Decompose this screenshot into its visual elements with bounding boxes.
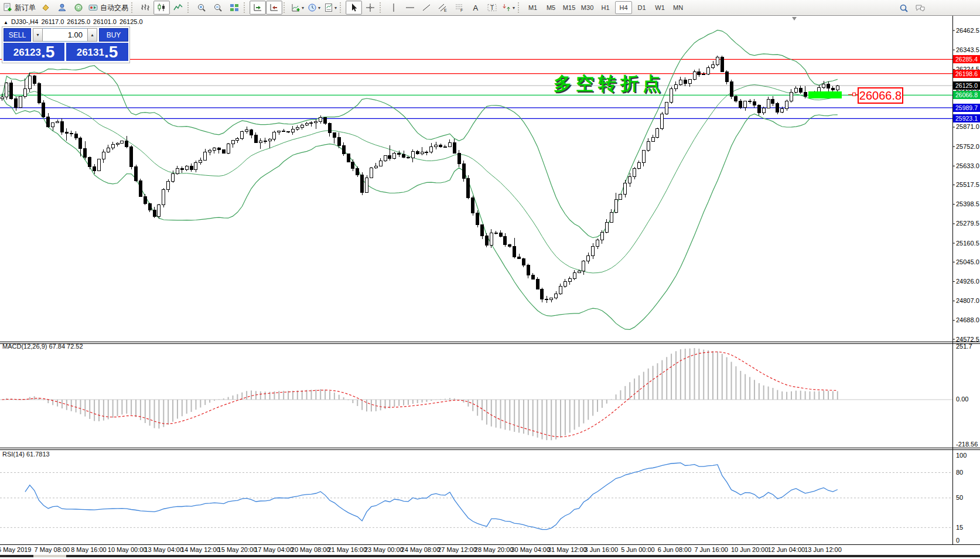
buy-button[interactable]: BUY — [99, 28, 128, 42]
sell-price[interactable]: 26123.5 — [4, 43, 64, 61]
time-axis-label: 20 May 08:00 — [291, 546, 330, 553]
volume-increase-button[interactable]: ▴ — [87, 28, 97, 42]
timeframe-mn-button[interactable]: MN — [670, 1, 687, 14]
rsi-pane — [0, 463, 952, 530]
indicators-button[interactable]: ▾ — [289, 1, 306, 15]
price-tick: 26343.5 — [956, 46, 979, 53]
price-tick: 25871.0 — [956, 123, 979, 130]
macd-scale-max: 251.7 — [956, 343, 972, 350]
timeframe-d1-button[interactable]: D1 — [633, 1, 650, 14]
volume-input[interactable]: 1.00 — [43, 28, 87, 42]
time-axis-label: 13 Jun 12:00 — [804, 546, 842, 553]
community-icon — [57, 3, 67, 12]
arrows-button[interactable]: ▾ — [500, 1, 517, 15]
fibonacci-icon: F — [455, 3, 464, 12]
macd-scale-min: -218.56 — [956, 441, 978, 448]
zoom-out-icon — [213, 3, 223, 12]
price-callout-label[interactable]: 26066.8 — [858, 87, 903, 104]
trendline-button[interactable] — [418, 1, 435, 15]
rsi-scale-0: 0 — [956, 537, 959, 544]
chart-canvas[interactable] — [0, 16, 980, 559]
timeframe-m5-button[interactable]: M5 — [542, 1, 559, 14]
templates-button[interactable]: ▾ — [322, 1, 339, 15]
toolbar-grip — [244, 2, 247, 13]
time-axis-label: 24 May 08:00 — [401, 546, 441, 553]
chart-line-button[interactable] — [170, 1, 186, 15]
chart-shift-button[interactable] — [266, 1, 282, 15]
collapse-panel-icon[interactable]: ▲ — [4, 20, 8, 25]
periods-button[interactable]: ▾ — [306, 1, 322, 15]
toolbar-right — [896, 1, 928, 15]
horizontal-line-button[interactable] — [402, 1, 418, 15]
new-order-button[interactable]: 新订单 — [1, 1, 37, 15]
horizontal-line-icon — [405, 3, 415, 12]
tile-windows-button[interactable] — [226, 1, 243, 15]
rsi-line — [25, 463, 838, 530]
zoom-in-button[interactable] — [193, 1, 210, 15]
styler-button[interactable] — [37, 1, 54, 15]
indicators-dropdown-icon[interactable]: ▾ — [302, 5, 304, 11]
auto-scroll-button[interactable] — [250, 1, 266, 15]
chart-candles-button[interactable] — [153, 1, 170, 15]
price-tick: 25045.0 — [956, 258, 979, 265]
zoom-out-button[interactable] — [210, 1, 226, 15]
community-button[interactable] — [54, 1, 70, 15]
chart-shift-icon — [269, 3, 279, 12]
search-button[interactable] — [896, 1, 912, 15]
price-badge-26198.6: 26198.6 — [953, 70, 980, 78]
price-tick: 25279.5 — [956, 220, 979, 227]
buy-price[interactable]: 26131.5 — [66, 43, 128, 61]
chat-button[interactable] — [912, 1, 928, 15]
text-label-icon: T — [487, 3, 497, 12]
toolbar-grip — [340, 2, 343, 13]
periods-dropdown-icon[interactable]: ▾ — [318, 5, 320, 11]
fibonacci-button[interactable]: F — [451, 1, 467, 15]
timeframe-m15-button[interactable]: M15 — [561, 1, 578, 14]
chart-line-icon — [173, 3, 183, 12]
price-tick: 25752.0 — [956, 143, 979, 150]
time-axis-label: 6 May 2019 — [0, 546, 31, 553]
text-label-button[interactable]: T — [484, 1, 500, 15]
horizontal-scrollbar[interactable] — [0, 555, 980, 557]
chart-shift-marker-icon[interactable] — [792, 17, 797, 21]
timeframe-w1-button[interactable]: W1 — [651, 1, 668, 14]
arrows-dropdown-icon[interactable]: ▾ — [513, 5, 515, 11]
crosshair-icon — [366, 3, 375, 12]
time-axis-label: 12 Jun 04:00 — [768, 546, 805, 553]
crosshair-button[interactable] — [362, 1, 378, 15]
rsi-scale-80: 80 — [956, 469, 963, 476]
timeframe-h1-button[interactable]: H1 — [597, 1, 614, 14]
timeframe-m30-button[interactable]: M30 — [579, 1, 596, 14]
connection-button[interactable] — [70, 1, 87, 15]
time-axis-label: 7 Jun 16:00 — [694, 546, 728, 553]
equidistant-channel-button[interactable]: E — [435, 1, 451, 15]
vertical-line-button[interactable] — [385, 1, 402, 15]
vertical-line-icon — [389, 3, 398, 12]
volume-decrease-button[interactable]: ▾ — [33, 28, 43, 42]
sell-button[interactable]: SELL — [4, 28, 31, 42]
text-button[interactable]: A — [467, 1, 484, 15]
price-badge-26285.4: 26285.4 — [953, 55, 980, 63]
styler-icon — [41, 3, 50, 12]
toolbar-grip — [131, 2, 135, 13]
trendline-icon — [422, 3, 431, 12]
cursor-button[interactable] — [346, 1, 362, 15]
autotrading-icon — [88, 3, 98, 12]
time-axis-label: 21 May 16:00 — [327, 546, 367, 553]
timeframe-h4-button[interactable]: H4 — [615, 1, 632, 14]
ohlc-high: 26125.0 — [67, 18, 90, 25]
bollinger-lower-band — [2, 97, 838, 330]
one-click-trading-panel: SELL ▾ 1.00 ▴ BUY 26123.5 26131.5 — [2, 26, 130, 63]
candles — [1, 56, 839, 303]
scrollbar-thumb[interactable] — [33, 555, 66, 557]
bollinger-middle-band — [2, 85, 838, 273]
timeframe-m1-button[interactable]: M1 — [524, 1, 541, 14]
price-tick: 26462.5 — [956, 27, 979, 34]
chart-bars-button[interactable] — [137, 1, 153, 15]
templates-dropdown-icon[interactable]: ▾ — [334, 5, 337, 11]
autotrading-button[interactable]: 自动交易 — [87, 1, 130, 15]
svg-text:F: F — [460, 8, 463, 12]
periods-icon — [308, 3, 317, 12]
price-tick: 25633.0 — [956, 162, 979, 169]
cursor-icon — [349, 3, 358, 12]
